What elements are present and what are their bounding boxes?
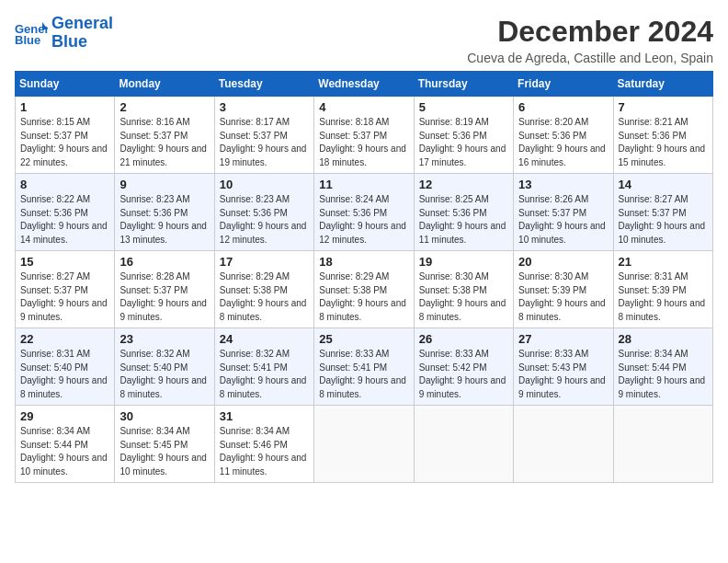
day-number: 5 [419,100,508,114]
calendar-week-row: 22 Sunrise: 8:31 AMSunset: 5:40 PMDaylig… [16,328,713,406]
table-row: 28 Sunrise: 8:34 AMSunset: 5:44 PMDaylig… [613,328,712,406]
calendar-week-row: 29 Sunrise: 8:34 AMSunset: 5:44 PMDaylig… [16,406,713,483]
day-info: Sunrise: 8:16 AMSunset: 5:37 PMDaylight:… [119,116,209,169]
table-row: 23 Sunrise: 8:32 AMSunset: 5:40 PMDaylig… [115,328,214,406]
day-number: 24 [220,332,309,346]
day-info: Sunrise: 8:30 AMSunset: 5:38 PMDaylight:… [419,270,508,324]
calendar-week-row: 8 Sunrise: 8:22 AMSunset: 5:36 PMDayligh… [16,174,713,251]
table-row: 25 Sunrise: 8:33 AMSunset: 5:41 PMDaylig… [314,328,414,406]
table-row: 31 Sunrise: 8:34 AMSunset: 5:46 PMDaylig… [214,406,313,483]
day-info: Sunrise: 8:30 AMSunset: 5:39 PMDaylight:… [518,270,608,324]
day-number: 25 [319,332,408,346]
table-row: 18 Sunrise: 8:29 AMSunset: 5:38 PMDaylig… [314,251,414,328]
table-row: 1 Sunrise: 8:15 AMSunset: 5:37 PMDayligh… [16,97,115,174]
month-title: December 2024 [467,15,713,49]
day-info: Sunrise: 8:27 AMSunset: 5:37 PMDaylight:… [619,193,708,247]
day-info: Sunrise: 8:33 AMSunset: 5:42 PMDaylight:… [419,348,508,401]
day-number: 30 [119,409,209,423]
day-info: Sunrise: 8:23 AMSunset: 5:36 PMDaylight:… [220,193,309,247]
table-row: 11 Sunrise: 8:24 AMSunset: 5:36 PMDaylig… [314,174,414,251]
table-row: 29 Sunrise: 8:34 AMSunset: 5:44 PMDaylig… [16,406,115,483]
day-info: Sunrise: 8:26 AMSunset: 5:37 PMDaylight:… [518,193,608,247]
day-info: Sunrise: 8:33 AMSunset: 5:41 PMDaylight:… [319,348,408,401]
calendar-table: Sunday Monday Tuesday Wednesday Thursday… [15,71,713,483]
table-row: 13 Sunrise: 8:26 AMSunset: 5:37 PMDaylig… [514,174,613,251]
day-number: 2 [119,100,209,114]
title-block: December 2024 Cueva de Agreda, Castille … [467,15,713,65]
day-info: Sunrise: 8:22 AMSunset: 5:36 PMDaylight:… [20,193,109,247]
table-row: 26 Sunrise: 8:33 AMSunset: 5:42 PMDaylig… [414,328,513,406]
day-info: Sunrise: 8:21 AMSunset: 5:36 PMDaylight:… [619,116,708,169]
table-row [414,406,513,483]
table-row: 8 Sunrise: 8:22 AMSunset: 5:36 PMDayligh… [16,174,115,251]
logo-icon: General Blue [15,20,48,46]
table-row: 4 Sunrise: 8:18 AMSunset: 5:37 PMDayligh… [314,97,414,174]
day-number: 23 [119,332,209,346]
day-number: 22 [20,332,109,346]
table-row: 7 Sunrise: 8:21 AMSunset: 5:36 PMDayligh… [613,97,712,174]
logo-text: General Blue [51,15,113,52]
table-row: 30 Sunrise: 8:34 AMSunset: 5:45 PMDaylig… [115,406,214,483]
day-info: Sunrise: 8:31 AMSunset: 5:40 PMDaylight:… [20,348,109,401]
day-number: 4 [319,100,408,114]
day-info: Sunrise: 8:34 AMSunset: 5:45 PMDaylight:… [119,425,209,478]
day-info: Sunrise: 8:23 AMSunset: 5:36 PMDaylight:… [119,193,209,247]
day-info: Sunrise: 8:29 AMSunset: 5:38 PMDaylight:… [319,270,408,324]
day-number: 10 [220,178,309,191]
day-number: 19 [419,255,508,269]
day-number: 1 [20,100,109,114]
day-number: 8 [20,178,109,191]
day-info: Sunrise: 8:34 AMSunset: 5:44 PMDaylight:… [619,348,708,401]
day-info: Sunrise: 8:15 AMSunset: 5:37 PMDaylight:… [20,116,109,169]
table-row: 10 Sunrise: 8:23 AMSunset: 5:36 PMDaylig… [214,174,313,251]
table-row: 2 Sunrise: 8:16 AMSunset: 5:37 PMDayligh… [115,97,214,174]
day-info: Sunrise: 8:27 AMSunset: 5:37 PMDaylight:… [20,270,109,324]
table-row: 3 Sunrise: 8:17 AMSunset: 5:37 PMDayligh… [214,97,313,174]
calendar-week-row: 15 Sunrise: 8:27 AMSunset: 5:37 PMDaylig… [16,251,713,328]
day-number: 13 [518,178,608,191]
day-info: Sunrise: 8:18 AMSunset: 5:37 PMDaylight:… [319,116,408,169]
table-row: 20 Sunrise: 8:30 AMSunset: 5:39 PMDaylig… [514,251,613,328]
table-row: 17 Sunrise: 8:29 AMSunset: 5:38 PMDaylig… [214,251,313,328]
day-info: Sunrise: 8:25 AMSunset: 5:36 PMDaylight:… [419,193,508,247]
table-row: 12 Sunrise: 8:25 AMSunset: 5:36 PMDaylig… [414,174,513,251]
header-friday: Friday [514,72,613,97]
day-number: 16 [119,255,209,269]
day-info: Sunrise: 8:20 AMSunset: 5:36 PMDaylight:… [518,116,608,169]
day-info: Sunrise: 8:34 AMSunset: 5:46 PMDaylight:… [220,425,309,478]
day-info: Sunrise: 8:29 AMSunset: 5:38 PMDaylight:… [220,270,309,324]
day-number: 31 [220,409,309,423]
day-info: Sunrise: 8:28 AMSunset: 5:37 PMDaylight:… [119,270,209,324]
day-number: 12 [419,178,508,191]
day-number: 27 [518,332,608,346]
svg-text:Blue: Blue [15,33,40,46]
header-monday: Monday [115,72,214,97]
logo: General Blue General Blue [15,15,113,52]
day-number: 21 [619,255,708,269]
day-number: 18 [319,255,408,269]
day-number: 11 [319,178,408,191]
day-number: 7 [619,100,708,114]
day-info: Sunrise: 8:32 AMSunset: 5:40 PMDaylight:… [119,348,209,401]
day-number: 17 [220,255,309,269]
table-row: 22 Sunrise: 8:31 AMSunset: 5:40 PMDaylig… [16,328,115,406]
table-row: 21 Sunrise: 8:31 AMSunset: 5:39 PMDaylig… [613,251,712,328]
table-row [613,406,712,483]
day-number: 9 [119,178,209,191]
table-row: 6 Sunrise: 8:20 AMSunset: 5:36 PMDayligh… [514,97,613,174]
day-info: Sunrise: 8:34 AMSunset: 5:44 PMDaylight:… [20,425,109,478]
table-row: 14 Sunrise: 8:27 AMSunset: 5:37 PMDaylig… [613,174,712,251]
header-saturday: Saturday [613,72,712,97]
table-row [314,406,414,483]
table-row: 16 Sunrise: 8:28 AMSunset: 5:37 PMDaylig… [115,251,214,328]
header-thursday: Thursday [414,72,513,97]
day-info: Sunrise: 8:33 AMSunset: 5:43 PMDaylight:… [518,348,608,401]
header-wednesday: Wednesday [314,72,414,97]
day-number: 28 [619,332,708,346]
table-row: 5 Sunrise: 8:19 AMSunset: 5:36 PMDayligh… [414,97,513,174]
calendar-week-row: 1 Sunrise: 8:15 AMSunset: 5:37 PMDayligh… [16,97,713,174]
day-number: 20 [518,255,608,269]
day-info: Sunrise: 8:31 AMSunset: 5:39 PMDaylight:… [619,270,708,324]
day-info: Sunrise: 8:17 AMSunset: 5:37 PMDaylight:… [220,116,309,169]
table-row [514,406,613,483]
